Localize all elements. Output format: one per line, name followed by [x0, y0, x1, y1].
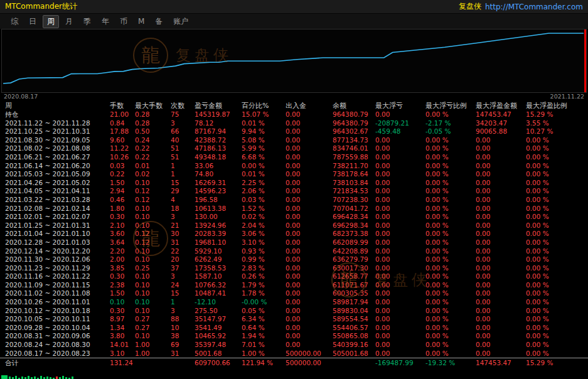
- table-row[interactable]: 2020.08.24 ~ 2020.08.3014.011.006935397.…: [0, 341, 588, 350]
- column-header[interactable]: 手数: [110, 101, 135, 110]
- value-cell: 0.00: [375, 136, 425, 145]
- equity-chart-panel[interactable]: [1, 29, 587, 93]
- value-cell: 0.02: [135, 170, 171, 179]
- mini-bar-strip: [1, 375, 73, 379]
- column-header[interactable]: 百分比%: [242, 101, 286, 110]
- table-row[interactable]: 2021.06.21 ~ 2021.06.2710.260.225149348.…: [0, 153, 588, 162]
- column-header[interactable]: 周: [5, 101, 110, 110]
- table-row[interactable]: 2020.09.28 ~ 2020.10.041.340.27103541.49…: [0, 324, 588, 333]
- table-row[interactable]: 2021.04.05 ~ 2021.04.112.940.122914596.2…: [0, 187, 588, 196]
- column-header[interactable]: 次数: [171, 101, 195, 110]
- value-cell: 0.00: [375, 281, 425, 290]
- table-row[interactable]: 2020.11.30 ~ 2020.12.062.000.10206262.49…: [0, 255, 588, 264]
- column-header[interactable]: 最大手数: [135, 101, 171, 110]
- value-cell: 0.00: [286, 213, 333, 222]
- value-cell: 0.03: [110, 162, 135, 171]
- value-cell: 40: [171, 136, 195, 145]
- value-cell: 0.00: [375, 298, 425, 307]
- value-cell: 66: [171, 127, 195, 136]
- table-row[interactable]: 2021.06.14 ~ 2021.06.200.030.01133.060.0…: [0, 162, 588, 171]
- table-row[interactable]: 2021.05.03 ~ 2021.05.090.220.02174.800.0…: [0, 170, 588, 179]
- column-header[interactable]: 最大浮盈比例: [526, 101, 588, 110]
- menu-item-1[interactable]: 综: [6, 15, 23, 28]
- value-cell: 0.00: [476, 222, 526, 230]
- value-cell: 275.50: [195, 307, 242, 316]
- brand-url-link[interactable]: http://MTCommander.com: [485, 3, 583, 11]
- value-cell: 0.00: [375, 307, 425, 316]
- table-row[interactable]: 2021.01.04 ~ 2021.01.103.600.123020283.3…: [0, 230, 588, 238]
- table-row[interactable]: 2021.08.30 ~ 2021.09.059.600.244042388.7…: [0, 136, 588, 145]
- value-cell: 75: [171, 110, 195, 119]
- value-cell: 0.00: [375, 144, 425, 153]
- table-row[interactable]: 2021.04.26 ~ 2021.05.021.500.101516269.3…: [0, 179, 588, 188]
- table-row[interactable]: 2020.12.14 ~ 2020.12.202.200.10225929.10…: [0, 247, 588, 256]
- value-cell: 0.99 %: [242, 255, 286, 264]
- value-cell: 0.00 %: [526, 324, 588, 333]
- app-window: MTCommander统计 复盘侠 http://MTCommander.com…: [0, 0, 588, 379]
- period-cell: 持仓: [5, 110, 110, 119]
- table-row[interactable]: 2021.08.02 ~ 2021.08.0811.220.225147186.…: [0, 144, 588, 153]
- value-cell: 2.00: [110, 255, 135, 264]
- menu-item-5[interactable]: 季: [79, 15, 95, 28]
- menu-item-9[interactable]: 备: [151, 15, 167, 28]
- value-cell: 0.00 %: [425, 136, 476, 145]
- period-cell: 2020.08.24 ~ 2020.08.30: [5, 341, 110, 350]
- value-cell: 0.00 %: [526, 196, 588, 205]
- column-header[interactable]: 出入金: [286, 101, 333, 110]
- table-row[interactable]: 2021.10.25 ~ 2021.10.3117.880.506687167.…: [0, 127, 588, 136]
- menu-item-2[interactable]: 日: [24, 15, 41, 28]
- value-cell: 0.10: [135, 307, 171, 316]
- total-row[interactable]: 合计131.24609700.66121.94 %500000.00-16948…: [0, 358, 588, 368]
- table-row[interactable]: 2021.02.01 ~ 2021.02.070.300.103130.000.…: [0, 213, 588, 222]
- table-row[interactable]: 2020.11.09 ~ 2020.11.152.380.102410766.3…: [0, 281, 588, 290]
- column-header[interactable]: 最大浮亏比例: [425, 101, 476, 110]
- column-header[interactable]: 余额: [333, 101, 375, 110]
- table-row[interactable]: 2020.10.05 ~ 2020.10.118.970.278835147.9…: [0, 315, 588, 324]
- table-row[interactable]: 2020.12.28 ~ 2021.01.033.640.123119681.1…: [0, 238, 588, 247]
- value-cell: 0.30: [110, 307, 135, 316]
- value-cell: 1.34: [110, 324, 135, 333]
- table-row[interactable]: 2020.11.23 ~ 2020.11.293.850.253717358.5…: [0, 264, 588, 273]
- value-cell: 0.00: [375, 179, 425, 188]
- value-cell: 3: [171, 119, 195, 128]
- menu-item-8[interactable]: M: [134, 16, 149, 27]
- table-row[interactable]: 2021.03.22 ~ 2021.03.280.460.124196.580.…: [0, 196, 588, 205]
- mini-bar: [34, 376, 36, 379]
- column-header[interactable]: 盈亏金额: [195, 101, 242, 110]
- menu-item-3[interactable]: 周: [43, 15, 59, 28]
- value-cell: 0.00 %: [526, 298, 588, 307]
- table-row[interactable]: 2021.11.22 ~ 2021.11.280.840.28378.120.0…: [0, 119, 588, 128]
- value-cell: 1.52 %: [242, 205, 286, 213]
- value-cell: 2.94: [110, 187, 135, 196]
- value-cell: 0.00: [375, 315, 425, 324]
- period-cell: 2020.12.28 ~ 2021.01.03: [5, 238, 110, 247]
- value-cell: 7.01 %: [242, 341, 286, 350]
- table-row[interactable]: 2020.10.26 ~ 2020.11.010.100.101-12.10-0…: [0, 298, 588, 307]
- column-header[interactable]: 最大浮盈金额: [476, 101, 526, 110]
- table-row[interactable]: 2020.11.16 ~ 2020.11.220.300.1031587.100…: [0, 272, 588, 281]
- value-cell: 0.00 %: [425, 162, 476, 171]
- value-cell: 0.00: [286, 247, 333, 256]
- table-row[interactable]: 2020.08.31 ~ 2020.09.063.800.103810465.9…: [0, 332, 588, 341]
- column-header[interactable]: 最大浮亏: [375, 101, 425, 110]
- value-cell: 3: [171, 272, 195, 281]
- value-cell: 0.00 %: [526, 179, 588, 188]
- table-row[interactable]: 2021.02.08 ~ 2021.02.141.800.101810613.3…: [0, 205, 588, 213]
- table-row[interactable]: 2020.08.17 ~ 2020.08.233.101.00315001.68…: [0, 350, 588, 358]
- value-cell: 0.28: [135, 119, 171, 128]
- period-cell: 2020.11.16 ~ 2020.11.22: [5, 272, 110, 281]
- table-row[interactable]: 2021.01.25 ~ 2021.01.312.100.102113924.9…: [0, 222, 588, 230]
- value-cell: 0.00: [375, 153, 425, 162]
- menu-item-7[interactable]: 币: [115, 15, 132, 28]
- value-cell: 0.10: [135, 222, 171, 230]
- menu-item-4[interactable]: 月: [61, 15, 77, 28]
- value-cell: 0.00: [286, 230, 333, 238]
- table-row[interactable]: 持仓21.000.2875145319.8715.07 %0.00964380.…: [0, 110, 588, 119]
- value-cell: 38: [171, 332, 195, 341]
- value-cell: 0.00: [286, 205, 333, 213]
- table-row[interactable]: 2020.11.02 ~ 2020.11.081.500.101510487.4…: [0, 289, 588, 298]
- menu-item-6[interactable]: 年: [97, 15, 114, 28]
- period-cell: 2021.06.14 ~ 2021.06.20: [5, 162, 110, 171]
- table-row[interactable]: 2020.10.12 ~ 2020.10.180.300.103275.500.…: [0, 307, 588, 316]
- menu-item-10[interactable]: 账户: [169, 15, 193, 28]
